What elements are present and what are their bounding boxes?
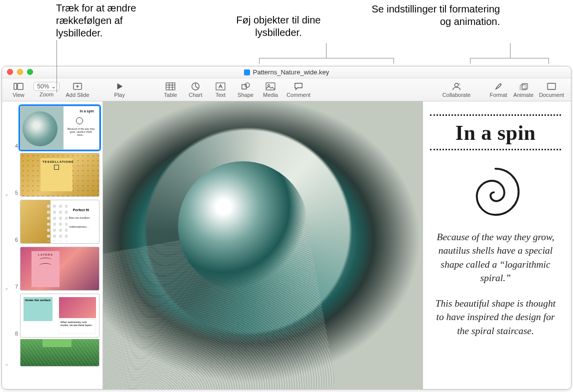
- slide-number: [12, 366, 18, 367]
- animate-label: Animate: [514, 92, 534, 98]
- callout-leader: [510, 43, 510, 58]
- zoom-button[interactable]: 50% ⌄ Zoom: [32, 80, 61, 100]
- svg-rect-8: [266, 83, 275, 90]
- animate-icon: [518, 81, 530, 91]
- thumb-title: LAYERS: [34, 253, 58, 256]
- window-title: Patterns_Nature_wide.key: [244, 68, 329, 76]
- media-button[interactable]: Media: [259, 80, 282, 100]
- close-icon[interactable]: [7, 69, 13, 75]
- slide-navigator[interactable]: 4 In a spin Because of the way they grow…: [2, 101, 103, 389]
- window-title-text: Patterns_Nature_wide.key: [253, 68, 329, 76]
- slide-body-2[interactable]: This beautiful shape is thought to have …: [432, 297, 560, 338]
- shape-icon: [240, 81, 252, 91]
- table-button[interactable]: Table: [159, 80, 182, 100]
- chart-label: Chart: [189, 92, 202, 98]
- shape-button[interactable]: Shape: [234, 80, 257, 100]
- format-button[interactable]: Format: [487, 80, 510, 100]
- media-icon: [264, 81, 276, 91]
- toolbar: View 50% ⌄ Zoom Add Slide Play Table: [2, 78, 571, 101]
- app-window: Patterns_Nature_wide.key View 50% ⌄ Zoom…: [2, 66, 572, 390]
- thumb-text: Because of the way they grow, nautilus s…: [66, 127, 96, 136]
- zoom-window-icon[interactable]: [27, 69, 33, 75]
- slide-thumbnail[interactable]: LAYERS: [20, 247, 100, 291]
- titlebar[interactable]: Patterns_Nature_wide.key: [2, 66, 571, 78]
- add-slide-label: Add Slide: [66, 92, 89, 98]
- disclosure-icon[interactable]: ⌄: [3, 285, 10, 291]
- slide-number: 5: [12, 190, 18, 197]
- document-button[interactable]: Document: [537, 80, 566, 100]
- slide-number: 4: [12, 143, 18, 150]
- slide-number: 6: [12, 237, 18, 244]
- table-icon: [164, 81, 176, 91]
- text-button[interactable]: Text: [209, 80, 232, 100]
- slide-thumb-4[interactable]: 4 In a spin Because of the way they grow…: [2, 104, 102, 151]
- table-label: Table: [164, 92, 177, 98]
- text-icon: [214, 81, 226, 91]
- add-slide-button[interactable]: Add Slide: [63, 80, 92, 100]
- thumb-text: When sedimentary rock erodes, we see the…: [59, 319, 96, 334]
- slide-thumb-6[interactable]: 6 Perfect fit Bees are excellent mathema…: [2, 198, 102, 245]
- svg-rect-0: [14, 83, 16, 90]
- view-label: View: [12, 92, 24, 98]
- divider: [430, 149, 561, 150]
- slide-number: 8: [12, 331, 18, 338]
- callout-bracket: [470, 58, 549, 64]
- collaborate-button[interactable]: Collaborate: [442, 80, 471, 100]
- thumb-title: Perfect fit: [69, 208, 93, 212]
- callout-bracket: [259, 58, 394, 64]
- zoom-label: Zoom: [40, 91, 54, 97]
- slide-thumb-9[interactable]: ⌄ FRACTALS: [2, 339, 102, 368]
- shape-label: Shape: [238, 92, 254, 98]
- format-icon: [492, 81, 504, 91]
- slide-thumb-5[interactable]: ⌄ 5 TESSELLATIONS: [2, 151, 102, 198]
- comment-icon: [292, 81, 304, 91]
- plus-icon: [72, 81, 84, 91]
- minimize-icon[interactable]: [17, 69, 23, 75]
- chart-button[interactable]: Chart: [184, 80, 207, 100]
- callout-add-objects: Føj objekter til dine lysbilleder.: [231, 14, 326, 39]
- svg-rect-15: [548, 83, 556, 89]
- collaborate-label: Collaborate: [442, 92, 470, 98]
- slide-canvas[interactable]: In a spin Because of the way they grow, …: [103, 101, 571, 389]
- thumb-title: In a spin: [80, 109, 94, 113]
- slide-number: 7: [12, 284, 18, 291]
- document-icon: [546, 81, 558, 91]
- spiral-icon[interactable]: [468, 164, 523, 219]
- slide-thumbnail[interactable]: Under the surface When sedimentary rock …: [20, 294, 100, 338]
- view-icon: [12, 81, 24, 91]
- comment-label: Comment: [286, 92, 310, 98]
- slide-image-nautilus[interactable]: [103, 101, 423, 389]
- comment-button[interactable]: Comment: [284, 80, 313, 100]
- collaborate-icon: [450, 81, 462, 91]
- text-label: Text: [216, 92, 226, 98]
- disclosure-icon[interactable]: ⌄: [3, 191, 10, 197]
- callout-formatting: Se indstillinger til formatering og anim…: [370, 3, 500, 28]
- play-icon: [114, 81, 126, 91]
- callout-leader: [326, 43, 326, 58]
- slide-title[interactable]: In a spin: [430, 121, 561, 145]
- document-icon: [244, 69, 250, 75]
- disclosure-icon[interactable]: ⌄: [3, 361, 10, 367]
- play-label: Play: [114, 92, 124, 98]
- divider: [430, 114, 561, 116]
- svg-rect-3: [166, 83, 175, 90]
- slide-thumbnail[interactable]: TESSELLATIONS: [20, 153, 100, 197]
- thumb-text: Bees are excellent mathematicians…: [69, 216, 90, 228]
- animate-button[interactable]: Animate: [512, 80, 535, 100]
- slide-thumbnail[interactable]: FRACTALS: [20, 339, 100, 367]
- slide-thumbnail[interactable]: Perfect fit Bees are excellent mathemati…: [20, 200, 100, 244]
- zoom-value[interactable]: 50% ⌄: [34, 82, 59, 91]
- media-label: Media: [263, 92, 278, 98]
- slide-thumb-7[interactable]: ⌄ 7 LAYERS: [2, 245, 102, 292]
- svg-point-7: [245, 83, 250, 87]
- chart-icon: [190, 81, 202, 91]
- current-slide[interactable]: In a spin Because of the way they grow, …: [103, 101, 571, 389]
- thumb-title: Under the surface: [25, 299, 51, 302]
- play-button[interactable]: Play: [108, 80, 131, 100]
- slide-body-1[interactable]: Because of the way they grow, nautilus s…: [432, 230, 560, 285]
- slide-thumb-8[interactable]: 8 Under the surface When sedimentary roc…: [2, 292, 102, 339]
- thumb-title: TESSELLATIONS: [42, 160, 70, 163]
- view-button[interactable]: View: [7, 80, 30, 100]
- slide-thumbnail[interactable]: In a spin Because of the way they grow, …: [20, 106, 100, 150]
- document-label: Document: [539, 92, 564, 98]
